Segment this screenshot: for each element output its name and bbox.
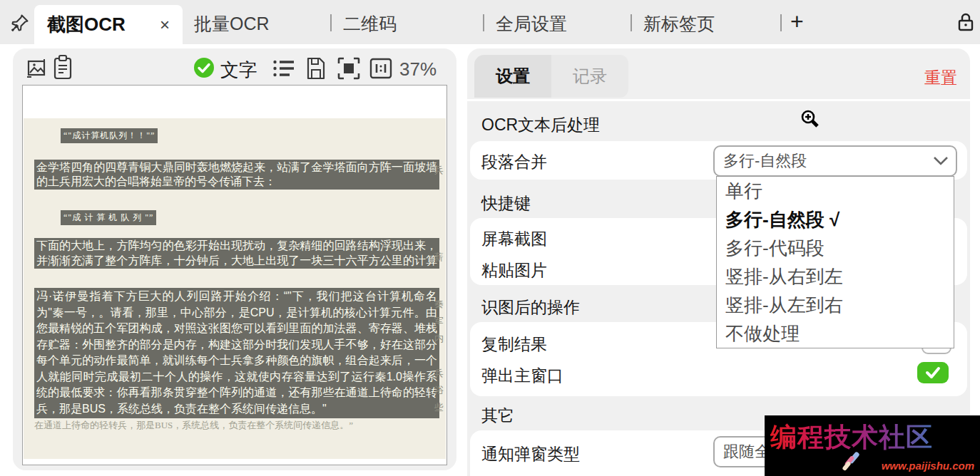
dropdown-option[interactable]: 不做处理 [717, 319, 954, 348]
scan-edge-char: 些 [434, 401, 444, 414]
paragraph-merge-label: 段落合并 [481, 151, 547, 173]
ocr-status-label[interactable]: 文字 [220, 58, 257, 83]
header-divider [467, 99, 970, 101]
save-icon[interactable] [305, 56, 327, 81]
watermark: 编程技术社区 www.paijishu.com [765, 415, 980, 476]
ocr-text-block[interactable]: “"成 计 算 机 队 列 "” [61, 210, 156, 225]
ocr-status-check-icon[interactable] [193, 56, 215, 79]
result-list-icon[interactable] [272, 59, 295, 78]
ocr-text-block[interactable]: 金学塔四角的四尊青铜大鼎同时轰地燃烧起来，站满了金学塔面向方阵一面坡墙的土兵用宏… [34, 160, 439, 190]
tab-bar: 截图OCR × 批量OCR 二维码 全局设置 新标签页 + [0, 0, 980, 44]
tab-separator [631, 14, 632, 31]
tab-new-tab-page[interactable]: 新标签页 [643, 12, 715, 36]
paragraph-merge-value: 多行-自然段 [723, 150, 807, 172]
scan-edge-char: 薪 [434, 251, 444, 264]
ocr-text-block[interactable]: 下面的大地上，方阵均匀的色彩开始出现扰动，复杂精细的回路结构浮现出来，并渐渐充满… [34, 238, 439, 269]
ocr-text-block[interactable]: “"成计算机队列！！"” [61, 128, 158, 143]
dropdown-option[interactable]: 多行-代码段 [717, 234, 954, 262]
scan-edge-char: 兵 [434, 164, 444, 177]
tab-screenshot-ocr[interactable]: 截图OCR × [34, 5, 183, 44]
dropdown-option-selected[interactable]: 多行-自然段 √ [717, 205, 954, 234]
tab-records[interactable]: 记录 [551, 55, 628, 98]
pin-icon[interactable] [10, 13, 30, 33]
notify-type-label: 通知弹窗类型 [481, 443, 580, 465]
paste-hotkey-label: 粘贴图片 [481, 259, 547, 281]
tab-separator [780, 14, 782, 31]
paste-image-icon[interactable] [51, 53, 74, 82]
section-ocr-postprocess: OCR文本后处理 [481, 114, 600, 136]
watermark-url: www.paijishu.com [882, 460, 974, 472]
tab-settings[interactable]: 设置 [474, 55, 551, 98]
pencil-doodle-icon [842, 450, 870, 475]
dropdown-option[interactable]: 单行 [717, 177, 954, 205]
section-other: 其它 [481, 405, 514, 427]
scan-edge-char: 秦 [434, 298, 444, 311]
preview-panel: 文字 37% “"成计算机队列！！"” 金学塔四角的四尊青铜大鼎同时轰地燃 [13, 48, 456, 470]
scan-edge-char: 内 [434, 332, 444, 345]
dropdown-option[interactable]: 竖排-从左到右 [717, 291, 954, 319]
section-after-ocr: 识图后的操作 [481, 296, 580, 319]
add-tab-button[interactable]: + [790, 9, 804, 35]
image-viewport[interactable]: “"成计算机队列！！"” 金学塔四角的四尊青铜大鼎同时轰地燃烧起来，站满了金学塔… [22, 85, 447, 465]
copy-result-label: 复制结果 [481, 333, 547, 356]
reset-button[interactable]: 重置 [924, 67, 957, 89]
ocr-text-block[interactable]: 冯·诺伊曼指着下方巨大的人列回路开始介绍：“"下，我们把这台计算机命名为"秦一号… [34, 288, 439, 418]
chevron-down-icon [933, 156, 949, 166]
close-icon[interactable]: × [160, 15, 170, 35]
paragraph-merge-dropdown: 单行 多行-自然段 √ 多行-代码段 竖排-从右到左 竖排-从左到右 不做处理 [716, 176, 954, 348]
tab-separator [483, 14, 484, 31]
tab-qrcode[interactable]: 二维码 [343, 12, 397, 36]
tab-separator [330, 14, 332, 31]
underlying-scan-text: 在通道上待命的轻转兵，那是BUS，系统总线，负责在整个系统间传递信息。” [34, 419, 353, 432]
scan-edge-char: 浴 [434, 384, 444, 397]
scan-edge-char: 兵 [434, 367, 444, 380]
tab-global-settings[interactable]: 全局设置 [496, 12, 567, 36]
zoom-level-label: 37% [399, 58, 437, 81]
scan-edge-char: 军 [434, 315, 444, 328]
select-region-icon[interactable] [337, 56, 361, 81]
lock-icon[interactable] [956, 11, 976, 33]
screenshot-hotkey-label: 屏幕截图 [481, 228, 547, 250]
section-hotkeys: 快捷键 [481, 192, 531, 214]
tab-label: 截图OCR [47, 12, 126, 37]
dropdown-option[interactable]: 竖排-从右到左 [717, 262, 954, 291]
paragraph-merge-select[interactable]: 多行-自然段 [713, 145, 957, 177]
check-icon [924, 366, 941, 380]
popup-main-checkbox-checked[interactable] [917, 362, 949, 383]
open-image-icon[interactable] [26, 57, 47, 80]
scanned-page-image: “"成计算机队列！！"” 金学塔四角的四尊青铜大鼎同时轰地燃烧起来，站满了金学塔… [24, 118, 446, 459]
one-to-one-zoom-icon[interactable] [369, 58, 392, 79]
tab-batch-ocr[interactable]: 批量OCR [194, 12, 270, 36]
popup-main-label: 弹出主窗口 [481, 365, 563, 387]
